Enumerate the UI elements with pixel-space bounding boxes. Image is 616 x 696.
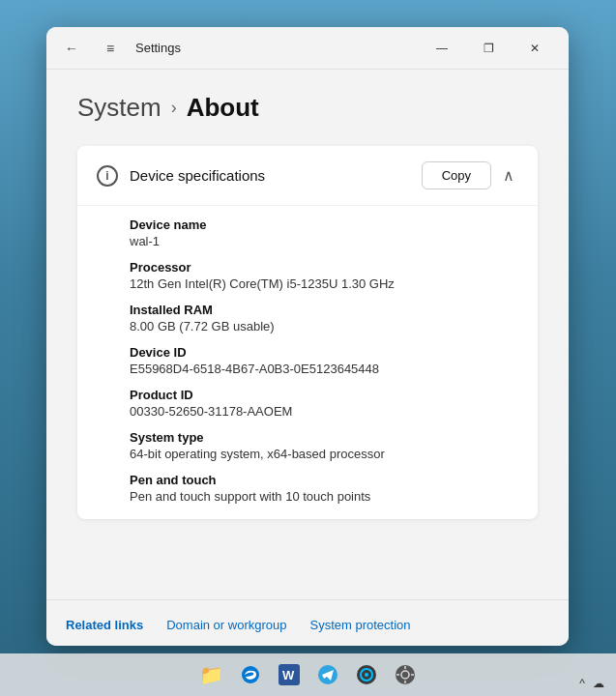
spec-label: Device name — [130, 218, 518, 232]
svg-point-6 — [365, 673, 368, 677]
chevron-up-icon: ∧ — [503, 167, 514, 184]
spec-label: System type — [130, 430, 518, 445]
window-title: Settings — [135, 41, 181, 55]
maximize-icon: ❐ — [484, 42, 494, 55]
taskbar: 📁 W — [0, 653, 616, 696]
spec-label: Processor — [130, 260, 518, 275]
spec-item-processor: Processor 12th Gen Intel(R) Core(TM) i5-… — [130, 260, 518, 291]
cortana-icon[interactable] — [349, 657, 384, 692]
card-header-title: Device specifications — [130, 167, 422, 184]
settings-taskbar-icon[interactable] — [388, 657, 423, 692]
hamburger-button[interactable]: ≡ — [97, 35, 124, 62]
minimize-icon: — — [436, 42, 448, 55]
minimize-button[interactable]: — — [420, 33, 464, 64]
spec-value: 64-bit operating system, x64-based proce… — [130, 447, 518, 461]
copy-button[interactable]: Copy — [422, 161, 491, 189]
card-header: i Device specifications Copy ∧ — [77, 146, 538, 206]
close-button[interactable]: ✕ — [513, 33, 557, 64]
breadcrumb-about: About — [187, 93, 259, 123]
spec-value: Pen and touch support with 10 touch poin… — [130, 489, 518, 504]
file-explorer-icon[interactable]: 📁 — [194, 657, 229, 692]
spec-value: wal-1 — [130, 234, 518, 248]
settings-window: ← ≡ Settings — ❐ ✕ System › About — [46, 27, 569, 646]
svg-text:W: W — [282, 668, 295, 682]
related-links-bar: Related links Domain or workgroup System… — [46, 599, 569, 646]
breadcrumb-chevron: › — [171, 98, 177, 118]
back-icon: ← — [65, 41, 78, 56]
info-icon: i — [97, 165, 118, 187]
spec-value: 8.00 GB (7.72 GB usable) — [130, 319, 518, 334]
maximize-button[interactable]: ❐ — [466, 33, 511, 64]
svg-point-0 — [242, 666, 259, 683]
hamburger-icon: ≡ — [106, 41, 114, 56]
spec-item-device-name: Device name wal-1 — [130, 218, 518, 248]
spec-item-device-id: Device ID E55968D4-6518-4B67-A0B3-0E5123… — [130, 345, 518, 376]
telegram-icon[interactable] — [310, 657, 345, 692]
spec-item-ram: Installed RAM 8.00 GB (7.72 GB usable) — [130, 303, 518, 334]
spec-label: Installed RAM — [130, 303, 518, 317]
word-icon[interactable]: W — [272, 657, 307, 692]
spec-value: 12th Gen Intel(R) Core(TM) i5-1235U 1.30… — [130, 276, 518, 291]
spec-label: Pen and touch — [130, 473, 518, 487]
system-protection-button[interactable]: System protection — [298, 612, 422, 638]
close-icon: ✕ — [530, 42, 540, 55]
spec-value: 00330-52650-31178-AAOEM — [130, 404, 518, 419]
cloud-icon: ☁ — [593, 677, 604, 690]
related-links-button[interactable]: Related links — [54, 612, 155, 638]
spec-value: E55968D4-6518-4B67-A0B3-0E5123645448 — [130, 362, 518, 376]
spec-label: Product ID — [130, 388, 518, 402]
tray-chevron[interactable]: ^ — [579, 677, 585, 690]
edge-icon[interactable] — [233, 657, 268, 692]
spec-item-pen-touch: Pen and touch Pen and touch support with… — [130, 473, 518, 504]
title-bar: ← ≡ Settings — ❐ ✕ — [46, 27, 569, 70]
spec-item-system-type: System type 64-bit operating system, x64… — [130, 430, 518, 461]
spec-label: Device ID — [130, 345, 518, 360]
spec-item-product-id: Product ID 00330-52650-31178-AAOEM — [130, 388, 518, 419]
content-area: System › About i Device specifications C… — [46, 70, 569, 599]
title-bar-right: — ❐ ✕ — [420, 33, 557, 64]
system-tray: ^ ☁ — [579, 677, 604, 690]
title-bar-left: ← ≡ Settings — [58, 35, 420, 62]
spec-list: Device name wal-1 Processor 12th Gen Int… — [77, 206, 538, 519]
breadcrumb-system: System — [77, 93, 161, 123]
back-button[interactable]: ← — [58, 35, 85, 62]
domain-workgroup-button[interactable]: Domain or workgroup — [155, 612, 298, 638]
collapse-button[interactable]: ∧ — [499, 162, 518, 188]
breadcrumb: System › About — [77, 93, 538, 123]
device-specs-card: i Device specifications Copy ∧ Device na… — [77, 146, 538, 519]
